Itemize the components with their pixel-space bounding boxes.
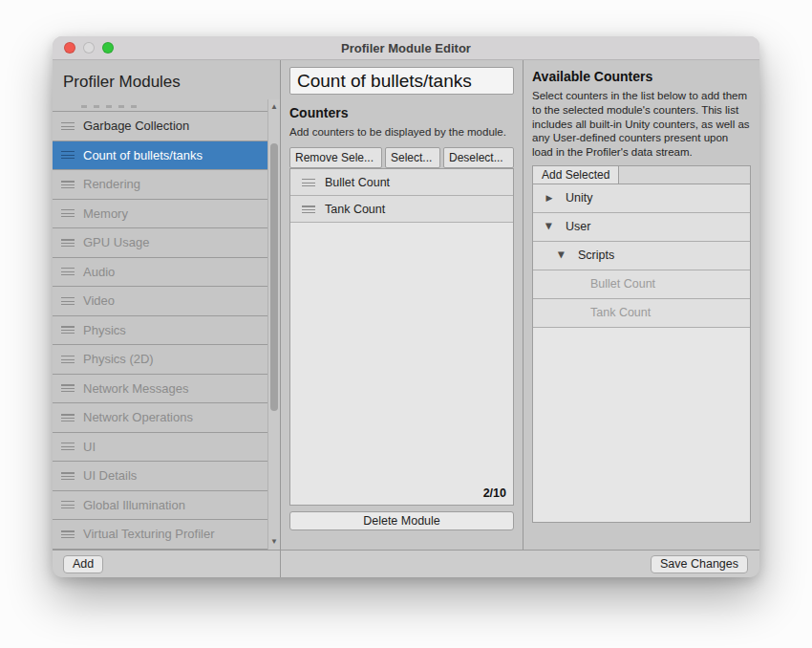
counter-count-indicator: 2/10 bbox=[290, 486, 513, 505]
tree-empty-area bbox=[533, 328, 750, 522]
module-row[interactable]: Physics bbox=[53, 316, 267, 346]
scroll-up-icon[interactable]: ▲ bbox=[268, 101, 280, 113]
counter-label: Bullet Count bbox=[325, 176, 390, 189]
drag-handle-icon[interactable] bbox=[61, 122, 75, 130]
module-row[interactable]: UI bbox=[53, 433, 267, 463]
drag-handle-icon[interactable] bbox=[61, 297, 75, 305]
profiler-modules-panel: Profiler Modules Garbage CollectionCount… bbox=[53, 60, 280, 550]
available-counters-heading: Available Counters bbox=[532, 69, 751, 84]
delete-module-button[interactable]: Delete Module bbox=[289, 511, 514, 530]
counters-list: Bullet CountTank Count 2/10 bbox=[289, 168, 514, 506]
module-label: Audio bbox=[83, 265, 115, 279]
drag-handle-icon[interactable] bbox=[61, 239, 75, 247]
available-counters-toolbar: Add Selected bbox=[532, 165, 751, 184]
tree-label: User bbox=[566, 220, 590, 233]
module-row[interactable]: Rendering bbox=[53, 170, 267, 200]
module-row[interactable]: Network Messages bbox=[53, 375, 267, 404]
module-row[interactable]: Physics (2D) bbox=[53, 345, 267, 375]
remove-selected-button[interactable]: Remove Sele... bbox=[289, 147, 382, 168]
available-counters-tree: ▶Unity▶User▶Scripts▶Bullet Count▶Tank Co… bbox=[532, 184, 751, 523]
foldout-collapsed-icon[interactable]: ▶ bbox=[541, 193, 558, 203]
clipped-text-fragment bbox=[81, 105, 139, 108]
module-label: Network Operations bbox=[83, 410, 193, 424]
module-editor-panel: Counters Add counters to be displayed by… bbox=[281, 60, 523, 550]
save-changes-button[interactable]: Save Changes bbox=[651, 555, 748, 573]
add-module-button[interactable]: Add bbox=[63, 555, 103, 573]
module-label: UI Details bbox=[83, 468, 137, 483]
footer-divider bbox=[280, 551, 281, 577]
module-label: Count of bullets/tanks bbox=[83, 148, 203, 162]
module-label: Physics (2D) bbox=[83, 352, 154, 366]
foldout-expanded-icon[interactable]: ▶ bbox=[545, 218, 554, 235]
module-label: Video bbox=[83, 293, 115, 308]
drag-handle-icon[interactable] bbox=[61, 356, 75, 363]
counter-row[interactable]: Tank Count bbox=[290, 196, 513, 223]
minimize-window-button[interactable] bbox=[83, 42, 95, 54]
module-name-input[interactable] bbox=[289, 67, 514, 95]
modules-list: Garbage CollectionCount of bullets/tanks… bbox=[53, 99, 267, 550]
available-counters-panel: Available Counters Select counters in th… bbox=[524, 60, 759, 550]
module-row[interactable]: Video bbox=[53, 287, 267, 316]
tree-row[interactable]: ▶Unity bbox=[533, 184, 750, 213]
scroll-down-icon[interactable]: ▼ bbox=[268, 536, 280, 548]
module-label: Network Messages bbox=[83, 381, 189, 396]
deselect-all-button[interactable]: Deselect... bbox=[443, 147, 514, 168]
close-window-button[interactable] bbox=[64, 42, 75, 54]
module-label: Rendering bbox=[83, 177, 140, 191]
drag-handle-icon[interactable] bbox=[61, 384, 75, 392]
module-row-clipped[interactable] bbox=[53, 99, 267, 112]
drag-handle-icon[interactable] bbox=[61, 268, 75, 275]
drag-handle-icon[interactable] bbox=[302, 179, 315, 186]
counters-heading: Counters bbox=[289, 105, 514, 120]
available-counters-description: Select counters in the list below to add… bbox=[532, 89, 751, 160]
counters-description: Add counters to be displayed by the modu… bbox=[289, 125, 514, 139]
drag-handle-icon[interactable] bbox=[61, 530, 75, 538]
drag-handle-icon[interactable] bbox=[61, 501, 75, 508]
tree-row[interactable]: ▶Scripts bbox=[533, 242, 750, 270]
drag-handle-icon[interactable] bbox=[61, 472, 75, 480]
module-row[interactable]: Count of bullets/tanks bbox=[53, 141, 267, 171]
drag-handle-icon[interactable] bbox=[61, 209, 75, 217]
module-label: GPU Usage bbox=[83, 235, 149, 249]
module-row[interactable]: Global Illumination bbox=[53, 491, 267, 521]
module-row[interactable]: Virtual Texturing Profiler bbox=[53, 520, 267, 550]
scrollbar-thumb[interactable] bbox=[270, 143, 278, 411]
drag-handle-icon[interactable] bbox=[61, 181, 75, 188]
drag-handle-icon[interactable] bbox=[302, 205, 315, 213]
tree-label: Scripts bbox=[578, 248, 614, 262]
title-bar[interactable]: Profiler Module Editor bbox=[53, 36, 759, 60]
module-row[interactable]: Garbage Collection bbox=[53, 112, 267, 141]
modules-scrollbar[interactable]: ▲ ▼ bbox=[267, 99, 280, 550]
tree-label: Unity bbox=[566, 191, 592, 205]
counter-row[interactable]: Bullet Count bbox=[290, 169, 513, 196]
tree-row[interactable]: ▶User bbox=[533, 213, 750, 242]
module-row[interactable]: GPU Usage bbox=[53, 228, 267, 258]
module-label: Global Illumination bbox=[83, 498, 185, 512]
drag-handle-icon[interactable] bbox=[61, 151, 75, 159]
module-row[interactable]: Audio bbox=[53, 258, 267, 288]
tree-label: Bullet Count bbox=[590, 277, 655, 291]
module-row[interactable]: Network Operations bbox=[53, 403, 267, 433]
traffic-lights bbox=[64, 36, 114, 59]
drag-handle-icon[interactable] bbox=[61, 414, 75, 421]
profiler-modules-heading: Profiler Modules bbox=[53, 60, 280, 99]
tree-row[interactable]: ▶Tank Count bbox=[533, 299, 750, 328]
module-row[interactable]: Memory bbox=[53, 200, 267, 229]
select-all-button[interactable]: Select... bbox=[385, 147, 440, 168]
drag-handle-icon[interactable] bbox=[61, 443, 75, 450]
footer-bar: Add Save Changes bbox=[53, 550, 759, 577]
profiler-module-editor-window: Profiler Module Editor Profiler Modules … bbox=[53, 36, 759, 577]
module-row[interactable]: UI Details bbox=[53, 462, 267, 491]
tree-row[interactable]: ▶Bullet Count bbox=[533, 270, 750, 299]
module-label: Memory bbox=[83, 206, 128, 221]
counters-empty-area bbox=[290, 223, 513, 486]
tree-label: Tank Count bbox=[590, 306, 651, 319]
drag-handle-icon[interactable] bbox=[61, 326, 75, 334]
add-selected-button[interactable]: Add Selected bbox=[533, 166, 619, 184]
zoom-window-button[interactable] bbox=[102, 42, 114, 54]
foldout-expanded-icon[interactable]: ▶ bbox=[557, 247, 566, 264]
counters-toolbar: Remove Sele... Select... Deselect... bbox=[289, 147, 514, 168]
module-label: Garbage Collection bbox=[83, 119, 189, 133]
counter-label: Tank Count bbox=[325, 203, 385, 216]
window-title: Profiler Module Editor bbox=[53, 41, 759, 55]
